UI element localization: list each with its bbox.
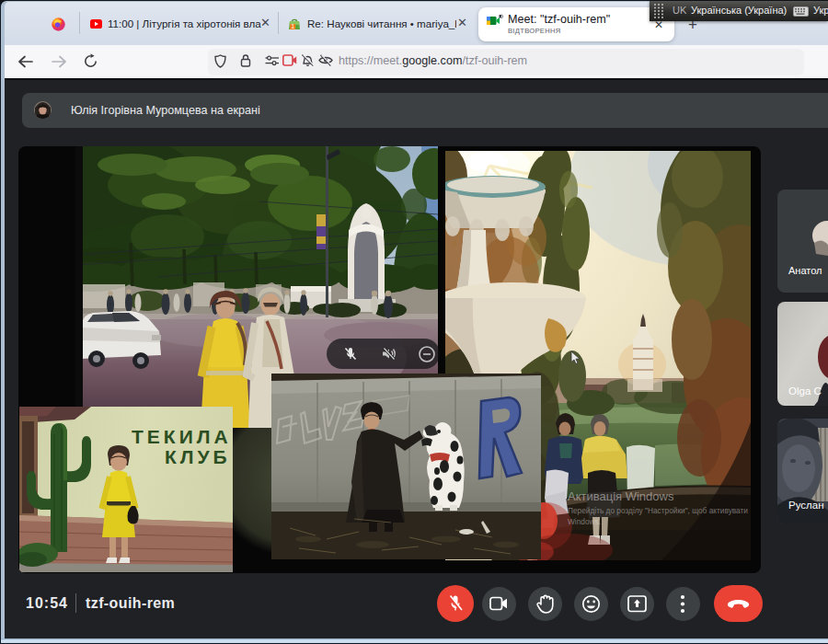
svg-text:1: 1 xyxy=(291,23,294,29)
svg-text:КЛУБ: КЛУБ xyxy=(165,446,231,467)
svg-text:ТЕКИЛА: ТЕКИЛА xyxy=(132,426,232,447)
